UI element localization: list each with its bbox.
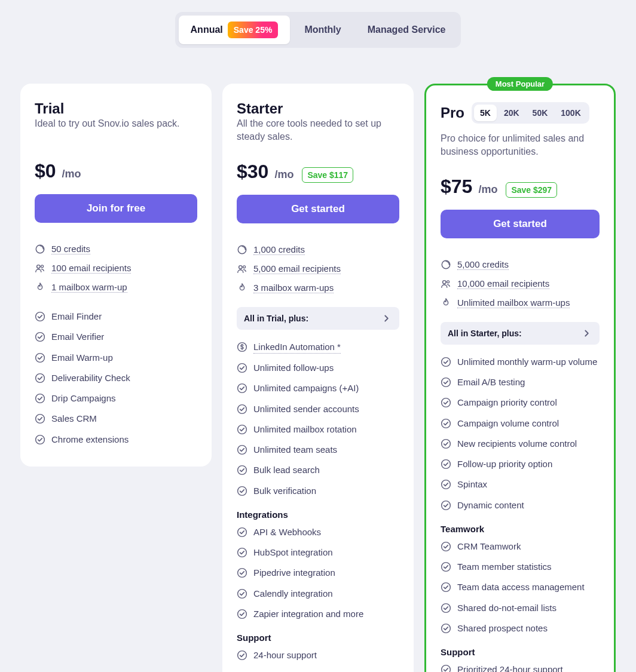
quota-warmup: 1 mailbox warm-up: [35, 278, 197, 297]
teamwork-label: Teamwork: [441, 524, 600, 534]
plan-title: Trial: [35, 100, 197, 117]
quota-recipients-text: 10,000 email recipients: [457, 278, 549, 289]
check-icon: [35, 352, 45, 363]
tier-50k[interactable]: 50K: [527, 105, 554, 121]
check-icon: [237, 404, 247, 415]
users-icon: [441, 278, 451, 289]
quota-recipients-text: 100 email recipients: [51, 263, 131, 274]
check-icon: [35, 393, 45, 404]
check-icon: [441, 500, 451, 511]
feature-item: Campaign priority control: [441, 392, 600, 413]
check-icon: [237, 567, 247, 578]
plan-title: Pro: [441, 105, 464, 121]
tab-monthly[interactable]: Monthly: [292, 16, 353, 44]
quota-credits: 5,000 credits: [441, 255, 600, 274]
all-in-starter-plus[interactable]: All in Starter, plus:: [441, 322, 600, 345]
check-icon: [441, 357, 451, 367]
plan-per: /mo: [62, 168, 81, 180]
get-started-button[interactable]: Get started: [441, 210, 600, 238]
check-icon: [441, 479, 451, 490]
feature-item: Dynamic content: [441, 495, 600, 515]
check-icon: [441, 582, 451, 593]
quota-warmup-text: Unlimited mailbox warm-ups: [457, 297, 570, 308]
support-label: Support: [441, 647, 600, 657]
plan-subtitle: Pro choice for unlimited sales and busin…: [441, 132, 600, 159]
feature-item: Spintax: [441, 474, 600, 495]
check-icon: [441, 623, 451, 634]
fire-icon: [35, 282, 45, 293]
feature-item: LinkedIn Automation *: [237, 337, 399, 358]
tab-managed-service[interactable]: Managed Service: [356, 16, 458, 44]
credits-icon: [35, 244, 45, 254]
check-icon: [441, 603, 451, 613]
check-icon: [237, 588, 247, 599]
feature-item: Bulk lead search: [237, 460, 399, 480]
fire-icon: [441, 297, 451, 308]
tier-5k[interactable]: 5K: [474, 105, 497, 121]
quota-credits: 50 credits: [35, 240, 197, 259]
check-icon: [35, 434, 45, 445]
quota-recipients: 100 email recipients: [35, 259, 197, 278]
billing-toggle: Annual Save 25% Monthly Managed Service: [175, 12, 461, 48]
most-popular-badge: Most Popular: [487, 77, 553, 91]
quota-warmup: Unlimited mailbox warm-ups: [441, 293, 600, 312]
feature-item: Unlimited sender accounts: [237, 399, 399, 419]
get-started-button[interactable]: Get started: [237, 195, 399, 223]
feature-item: Deliverability Check: [35, 368, 197, 388]
feature-item: Team data access management: [441, 577, 600, 597]
feature-item: Unlimited mailbox rotation: [237, 419, 399, 440]
feature-item: New recipients volume control: [441, 434, 600, 454]
feature-item: Chrome extensions: [35, 429, 197, 450]
plan-title: Starter: [237, 100, 399, 117]
support-list: Prioritized 24-hour support Personal imp…: [441, 659, 600, 672]
feature-list: LinkedIn Automation * Unlimited follow-u…: [237, 337, 399, 501]
feature-item: Shared prospect notes: [441, 618, 600, 639]
plan-card-starter: Starter All the core tools needed to set…: [222, 84, 414, 672]
plan-save-badge: Save $297: [506, 182, 557, 198]
join-free-button[interactable]: Join for free: [35, 194, 197, 223]
dollar-icon: [237, 342, 247, 352]
check-icon: [441, 418, 451, 429]
check-icon: [441, 541, 451, 552]
plan-save-badge: Save $117: [302, 167, 353, 183]
feature-item: Zapier integration and more: [237, 604, 399, 624]
quota-recipients-text: 5,000 email recipients: [253, 263, 341, 274]
tab-annual-label: Annual: [191, 24, 223, 35]
check-icon: [35, 373, 45, 383]
plan-price: $0: [35, 160, 56, 182]
quota-credits: 1,000 credits: [237, 240, 399, 259]
users-icon: [237, 263, 247, 274]
check-icon: [441, 664, 451, 672]
quota-warmup-text: 3 mailbox warm-ups: [253, 283, 334, 293]
tab-annual[interactable]: Annual Save 25%: [179, 16, 291, 44]
check-icon: [237, 527, 247, 538]
integrations-list: API & Webhooks HubSpot integration Piped…: [237, 522, 399, 624]
all-in-trial-plus[interactable]: All in Trial, plus:: [237, 307, 399, 330]
check-icon: [35, 311, 45, 322]
check-icon: [237, 363, 247, 373]
chevron-right-icon: [582, 328, 592, 339]
feature-item: Email A/B testing: [441, 372, 600, 392]
feature-item: Drip Campaigns: [35, 388, 197, 409]
feature-item: Team member statistics: [441, 557, 600, 577]
feature-item: Prioritized 24-hour support: [441, 659, 600, 672]
check-icon: [35, 413, 45, 424]
check-icon: [441, 397, 451, 408]
check-icon: [237, 424, 247, 435]
tier-20k[interactable]: 20K: [498, 105, 525, 121]
check-icon: [237, 547, 247, 558]
quota-warmup: 3 mailbox warm-ups: [237, 278, 399, 297]
plan-card-trial: Trial Ideal to try out Snov.io sales pac…: [20, 84, 212, 467]
check-icon: [237, 465, 247, 475]
teamwork-list: CRM Teamwork Team member statistics Team…: [441, 536, 600, 639]
plan-card-pro: Most Popular Pro 5K 20K 50K 100K Pro cho…: [424, 84, 616, 672]
plan-per: /mo: [478, 183, 497, 196]
quota-warmup-text: 1 mailbox warm-up: [51, 282, 127, 293]
feature-item: Unlimited campaigns (+AI): [237, 378, 399, 398]
feature-item: Unlimited team seats: [237, 440, 399, 460]
pro-tier-selector: 5K 20K 50K 100K: [472, 102, 589, 124]
feature-list: Unlimited monthly warm-up volume Email A…: [441, 352, 600, 515]
tier-100k[interactable]: 100K: [555, 105, 586, 121]
check-icon: [237, 383, 247, 394]
plan-price: $75: [441, 176, 472, 198]
